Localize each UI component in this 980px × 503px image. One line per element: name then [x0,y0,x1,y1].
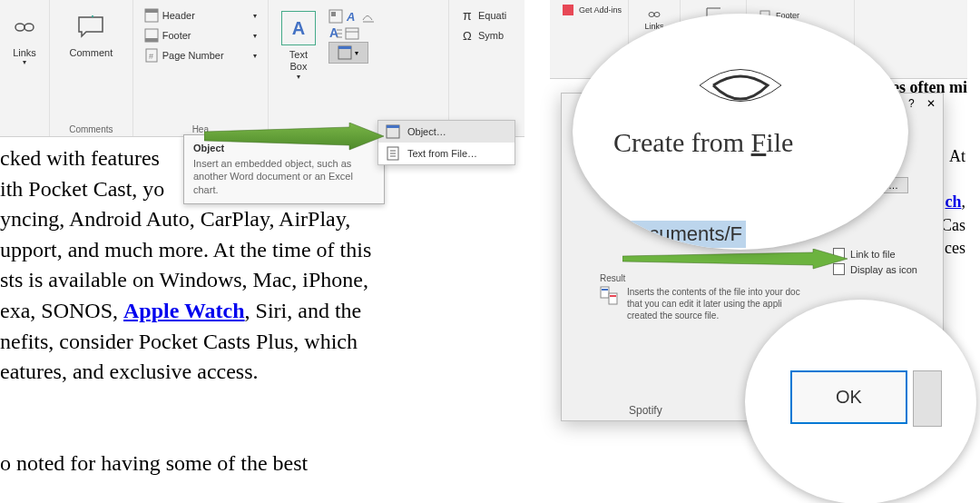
object-dropdown-button[interactable]: ▾ [328,42,368,64]
chevron-down-icon: ▾ [23,58,26,66]
zoom-lens-top: Create from File /Documents/F [573,14,908,250]
cancel-button-partial[interactable] [913,370,942,427]
tooltip-desc: Insert an embedded object, such as anoth… [193,157,375,196]
svg-point-31 [654,13,660,17]
quick-parts-icon[interactable] [328,9,343,24]
symbol-icon: Ω [460,28,475,43]
comments-group: Comment Comments [50,0,133,136]
footer-label: Footer [162,30,191,41]
signature-icon[interactable] [361,9,376,24]
chevron-down-icon: ▾ [355,49,358,57]
annotation-arrow [204,123,386,159]
svg-text:A: A [329,25,338,40]
doc-text: yncing, Android Auto, CarPlay, AirPlay, [0,207,350,231]
addins-icon [561,3,575,17]
embedded-icon-preview [700,63,781,112]
ok-button[interactable]: OK [790,370,907,424]
svg-rect-29 [563,5,573,15]
footer-button[interactable]: Footer ▾ [141,25,260,45]
comments-group-label: Comments [50,124,132,134]
header-button[interactable]: Header ▾ [141,5,260,25]
chevron-down-icon: ▾ [297,73,300,81]
svg-rect-37 [609,293,617,304]
doc-text: cked with features [0,146,160,170]
drop-cap-icon[interactable]: A [328,25,343,40]
doc-text: sts is available on Windows, Mac, iPhone… [0,268,368,291]
chevron-down-icon: ▾ [253,12,257,20]
svg-point-0 [15,24,24,31]
svg-rect-21 [338,46,351,49]
doc-text: upport, and much more. At the time of th… [0,238,371,261]
link-icon [8,11,41,44]
doc-text: exa, SONOS, [0,299,123,322]
links-group: Links ▾ [0,0,50,136]
link-to-file-label: Link to file [850,249,896,260]
comment-label: Comment [70,47,113,58]
svg-rect-39 [610,295,616,297]
text-box-button[interactable]: A Text Box ▾ [276,5,321,86]
symbol-button[interactable]: Ω Symb [456,25,517,45]
result-desc: Inserts the contents of the file into yo… [627,286,800,321]
svg-marker-28 [204,123,384,150]
get-addins-button[interactable]: Get Add-ins [557,0,621,20]
link-icon [647,7,662,22]
svg-rect-36 [601,287,609,298]
svg-text:A: A [346,10,355,24]
page-number-label: Page Number [162,50,224,61]
wordart-icon[interactable]: A [345,9,359,24]
links-label: Links [13,47,36,58]
menu-item-object-label: Object… [407,126,446,137]
zoom-lens-bottom: OK [745,300,976,503]
ch-link[interactable]: ch [946,192,962,211]
header-footer-group: Header ▾ Footer ▾ # Page Number ▾ Hea [133,0,269,136]
get-addins-label: Get Add-ins [579,5,622,15]
svg-point-30 [649,13,654,17]
svg-rect-5 [145,9,158,13]
page-number-button[interactable]: # Page Number ▾ [141,45,260,65]
footer-icon [144,28,159,43]
text-box-icon: A [281,11,316,45]
date-time-icon[interactable] [345,25,359,40]
symbol-label: Symb [478,30,504,41]
menu-item-object[interactable]: Object… [378,121,514,143]
text-group: A Text Box ▾ A A [269,0,449,136]
text-file-icon [386,146,400,161]
left-panel: ↗ S Links ▾ Comment Comments [0,0,524,503]
svg-point-1 [24,24,34,31]
symbols-group: π Equati Ω Symb [449,0,524,136]
help-button[interactable]: ? [908,97,915,110]
spotify-caption: Spotify [629,404,662,417]
comment-button[interactable]: Comment [57,5,125,64]
comment-icon [74,11,107,44]
equation-label: Equati [478,10,506,21]
svg-text:#: # [149,52,153,61]
links-button[interactable]: Links ▾ [7,5,42,72]
header-icon [144,8,159,23]
equation-icon: π [460,8,475,23]
annotation-arrow-2 [622,249,849,276]
doc-text: ith Pocket Cast, yo [0,177,164,201]
svg-rect-11 [331,12,336,16]
apple-watch-link[interactable]: Apple Watch [123,299,245,322]
doc-text: o noted for having some of the best [0,451,308,475]
doc-text: eatures, and exclusive access. [0,360,259,383]
chevron-down-icon: ▾ [253,32,257,40]
close-icon[interactable]: ✕ [926,97,936,110]
equation-button[interactable]: π Equati [456,5,517,25]
object-icon [386,124,400,139]
doc-text: , Siri, and the [245,299,362,322]
svg-rect-23 [387,125,399,128]
right-panel: Get Add-ins Links Comment Comments Foote… [550,0,967,503]
result-icon [600,286,620,310]
object-menu: Object… Text from File… [377,120,515,165]
menu-item-text-file-label: Text from File… [407,148,477,159]
doc-text: nefits, consider Pocket Casts Plus, whic… [0,330,358,353]
text-box-label: Text Box [289,49,308,73]
svg-rect-38 [602,289,608,291]
ribbon: Links ▾ Comment Comments Header ▾ [0,0,524,137]
create-from-file-tab[interactable]: Create from File [613,127,793,158]
menu-item-text-from-file[interactable]: Text from File… [378,143,514,164]
chevron-down-icon: ▾ [253,52,257,60]
header-label: Header [162,10,195,21]
display-as-icon-label: Display as icon [850,264,917,275]
